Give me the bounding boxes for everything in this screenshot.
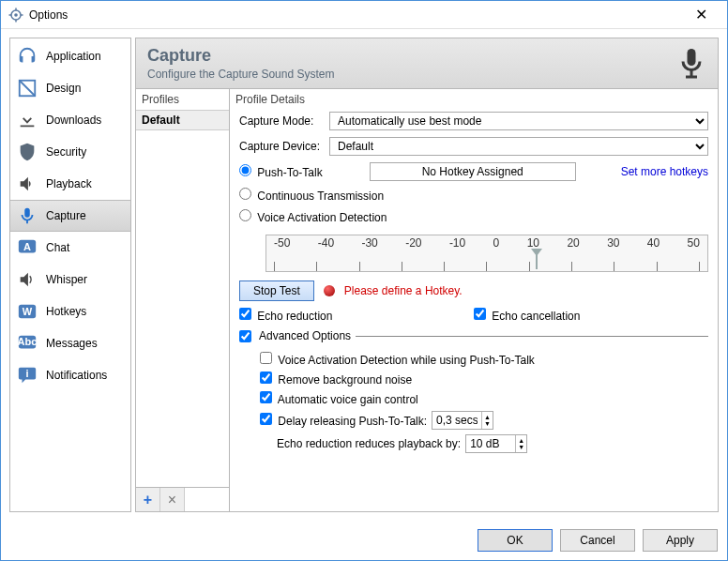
shield-icon	[16, 141, 38, 163]
spinner-arrows-icon[interactable]: ▲▼	[516, 437, 526, 450]
content-area: Profiles Default + × Profile Details Cap…	[136, 89, 718, 511]
dialog-footer: OK Cancel Apply	[1, 521, 727, 560]
gauge-slider-handle[interactable]	[531, 249, 542, 269]
delay-ptt-checkbox[interactable]: Delay releasing Push-To-Talk:	[260, 413, 427, 428]
sidebar-item-label: Playback	[46, 177, 92, 190]
vad-gauge[interactable]: -50-40-30-20-1001020304050	[265, 235, 708, 272]
sidebar-item-downloads[interactable]: Downloads	[10, 104, 130, 136]
hotkey-field[interactable]: No Hotkey Assigned	[370, 162, 576, 181]
sidebar-item-messages[interactable]: Abc Messages	[10, 327, 130, 359]
microphone-icon	[16, 205, 38, 227]
profiles-list[interactable]: Default	[136, 110, 229, 487]
sidebar-item-label: Downloads	[46, 114, 101, 127]
options-gear-icon	[8, 8, 23, 23]
divider	[356, 336, 708, 337]
echo-cancellation-checkbox[interactable]: Echo cancellation	[474, 308, 580, 323]
svg-rect-20	[536, 254, 538, 269]
gauge-ticks	[274, 254, 700, 271]
echo-row: Echo reduction Echo cancellation	[239, 308, 708, 323]
ptt-radio[interactable]: Push-To-Talk	[239, 164, 323, 179]
capture-device-select[interactable]: Default	[329, 137, 708, 156]
whisper-icon	[16, 268, 38, 291]
chat-a-icon: A	[16, 236, 38, 259]
set-more-hotkeys-link[interactable]: Set more hotkeys	[621, 165, 708, 178]
capture-mode-label: Capture Mode:	[239, 114, 324, 128]
svg-text:A: A	[23, 241, 31, 252]
add-profile-button[interactable]: +	[136, 488, 160, 511]
vad-while-ptt-checkbox[interactable]: Voice Activation Detection while using P…	[260, 352, 535, 367]
capture-mode-row: Capture Mode: Automatically use best mod…	[239, 112, 708, 130]
remove-bg-noise-checkbox[interactable]: Remove background noise	[260, 371, 412, 387]
sidebar-item-chat[interactable]: A Chat	[10, 232, 130, 264]
sidebar-item-design[interactable]: Design	[10, 72, 130, 104]
sidebar-item-label: Hotkeys	[46, 305, 86, 318]
profile-details-panel: Profile Details Capture Mode: Automatica…	[230, 89, 718, 511]
sidebar-item-label: Whisper	[46, 273, 87, 286]
cancel-button[interactable]: Cancel	[560, 529, 635, 552]
profiles-panel: Profiles Default + ×	[136, 89, 230, 511]
vad-radio[interactable]: Voice Activation Detection	[239, 209, 387, 224]
headset-icon	[16, 45, 38, 68]
ct-row: Continuous Transmission	[239, 188, 708, 203]
vad-row: Voice Activation Detection	[239, 209, 708, 224]
capture-mode-select[interactable]: Automatically use best mode	[329, 112, 708, 130]
advanced-options-toggle[interactable]: Advanced Options	[239, 329, 708, 342]
sidebar-item-application[interactable]: Application	[10, 40, 130, 72]
options-window: Options ✕ Application Design Downloads S…	[0, 0, 728, 561]
sidebar-item-notifications[interactable]: i Notifications	[10, 359, 130, 391]
titlebar: Options ✕	[1, 1, 727, 29]
sidebar-item-label: Messages	[46, 337, 98, 350]
advanced-options-group: Voice Activation Detection while using P…	[239, 352, 708, 453]
header-microphone-icon	[675, 46, 708, 83]
sidebar-item-capture[interactable]: Capture	[10, 200, 130, 232]
agc-checkbox[interactable]: Automatic voice gain control	[260, 391, 418, 406]
ok-button[interactable]: OK	[478, 529, 553, 552]
spinner-arrows-icon[interactable]: ▲▼	[482, 414, 493, 427]
details-form: Capture Mode: Automatically use best mod…	[230, 110, 718, 459]
sidebar-item-whisper[interactable]: Whisper	[10, 264, 130, 296]
sidebar-item-label: Design	[46, 82, 81, 95]
speaker-icon	[16, 173, 38, 195]
main-panel: Capture Configure the Capture Sound Syst…	[135, 38, 719, 512]
profile-details-heading: Profile Details	[230, 89, 718, 110]
ptt-row: Push-To-Talk No Hotkey Assigned Set more…	[239, 162, 708, 181]
window-title: Options	[29, 8, 682, 22]
page-header: Capture Configure the Capture Sound Syst…	[136, 38, 718, 89]
echo-reduction-checkbox[interactable]: Echo reduction	[239, 308, 332, 323]
sidebar-item-playback[interactable]: Playback	[10, 168, 130, 200]
sidebar-item-security[interactable]: Security	[10, 136, 130, 168]
page-subtitle: Configure the Capture Sound System	[147, 68, 334, 81]
echo-reduce-spinner[interactable]: ▲▼	[465, 434, 527, 453]
page-title: Capture	[147, 46, 334, 66]
delay-ptt-value[interactable]	[432, 412, 481, 429]
sidebar-item-label: Application	[46, 50, 101, 63]
svg-point-1	[14, 13, 18, 17]
delay-ptt-spinner[interactable]: ▲▼	[432, 411, 493, 430]
sidebar: Application Design Downloads Security Pl…	[9, 38, 131, 512]
sidebar-item-label: Capture	[46, 209, 86, 222]
stop-test-button[interactable]: Stop Test	[239, 280, 314, 301]
svg-text:Abc: Abc	[18, 336, 38, 347]
svg-text:W: W	[23, 306, 33, 317]
echo-reduce-playback-label: Echo reduction reduces playback by:	[277, 437, 461, 450]
svg-text:i: i	[25, 368, 28, 379]
apply-button[interactable]: Apply	[643, 529, 718, 552]
hotkeys-w-icon: W	[16, 300, 38, 323]
profiles-heading: Profiles	[136, 89, 229, 110]
capture-device-row: Capture Device: Default	[239, 137, 708, 156]
design-icon	[16, 77, 38, 99]
advanced-options-checkbox[interactable]	[239, 330, 251, 342]
window-body: Application Design Downloads Security Pl…	[1, 29, 727, 521]
capture-device-label: Capture Device:	[239, 140, 324, 153]
svg-rect-7	[24, 208, 30, 218]
sidebar-item-label: Security	[46, 145, 86, 159]
echo-reduce-value[interactable]	[466, 435, 515, 452]
remove-profile-button[interactable]: ×	[160, 488, 185, 511]
profile-item[interactable]: Default	[136, 110, 229, 130]
close-icon[interactable]: ✕	[682, 6, 720, 23]
profiles-actions: + ×	[136, 487, 229, 511]
ct-radio[interactable]: Continuous Transmission	[239, 188, 384, 203]
svg-rect-16	[688, 49, 696, 66]
sidebar-item-hotkeys[interactable]: W Hotkeys	[10, 296, 130, 327]
sidebar-item-label: Notifications	[46, 369, 107, 382]
